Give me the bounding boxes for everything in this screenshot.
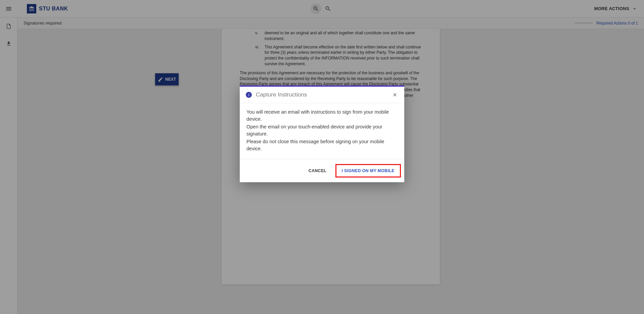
modal-body: You will receive an email with instructi…: [240, 103, 404, 159]
modal-body-line: Please do not close this message before …: [246, 138, 398, 152]
modal-overlay: i Capture Instructions You will receive …: [0, 0, 644, 314]
modal-header: i Capture Instructions: [240, 87, 404, 103]
app-root: STU BANK MORE ACTIONS Signatures require…: [0, 0, 644, 314]
cancel-button[interactable]: CANCEL: [304, 166, 331, 176]
modal-title: Capture Instructions: [256, 91, 307, 98]
modal-body-line: You will receive an email with instructi…: [246, 109, 398, 123]
info-icon: i: [246, 92, 252, 98]
highlight-annotation: I SIGNED ON MY MOBILE: [335, 164, 401, 178]
modal-footer: CANCEL I SIGNED ON MY MOBILE: [240, 159, 404, 182]
close-icon: [392, 92, 398, 97]
signed-on-mobile-button[interactable]: I SIGNED ON MY MOBILE: [337, 166, 399, 176]
capture-instructions-modal: i Capture Instructions You will receive …: [240, 85, 404, 182]
modal-body-line: Open the email on your touch-enabled dev…: [246, 123, 398, 138]
modal-close-button[interactable]: [392, 91, 398, 98]
